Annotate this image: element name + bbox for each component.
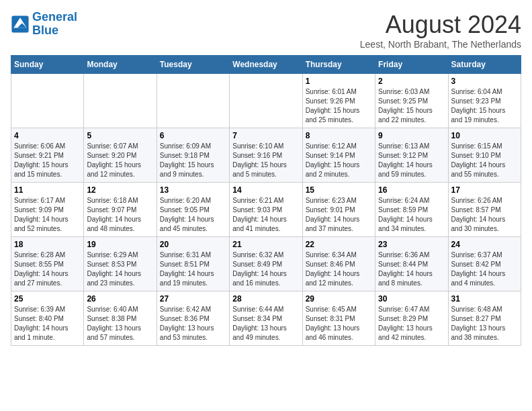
day-info: Sunrise: 6:21 AM Sunset: 9:03 PM Dayligh… [232, 196, 299, 234]
logo-general: General [32, 10, 77, 24]
day-number: 24 [451, 240, 518, 249]
day-info: Sunrise: 6:29 AM Sunset: 8:53 PM Dayligh… [87, 250, 153, 288]
month-year-title: August 2024 [360, 11, 521, 39]
day-info: Sunrise: 6:17 AM Sunset: 9:09 PM Dayligh… [14, 196, 81, 234]
calendar-cell: 3Sunrise: 6:04 AM Sunset: 9:23 PM Daylig… [448, 74, 521, 128]
calendar-cell: 28Sunrise: 6:44 AM Sunset: 8:34 PM Dayli… [230, 291, 302, 346]
day-number: 12 [87, 185, 153, 195]
day-number: 5 [87, 131, 153, 140]
calendar-cell: 29Sunrise: 6:45 AM Sunset: 8:31 PM Dayli… [302, 291, 375, 346]
day-info: Sunrise: 6:44 AM Sunset: 8:34 PM Dayligh… [232, 305, 299, 342]
calendar-cell: 16Sunrise: 6:24 AM Sunset: 8:59 PM Dayli… [375, 183, 448, 237]
day-info: Sunrise: 6:07 AM Sunset: 9:20 PM Dayligh… [87, 142, 153, 179]
calendar-cell: 24Sunrise: 6:37 AM Sunset: 8:42 PM Dayli… [448, 237, 521, 291]
day-number: 28 [232, 294, 299, 304]
day-number: 11 [14, 185, 81, 195]
calendar-cell: 26Sunrise: 6:40 AM Sunset: 8:38 PM Dayli… [84, 291, 157, 346]
day-number: 4 [14, 131, 81, 140]
header-day-thursday: Thursday [302, 56, 375, 74]
day-info: Sunrise: 6:13 AM Sunset: 9:12 PM Dayligh… [378, 142, 445, 179]
day-info: Sunrise: 6:09 AM Sunset: 9:18 PM Dayligh… [160, 142, 226, 179]
calendar-table: SundayMondayTuesdayWednesdayThursdayFrid… [11, 55, 521, 346]
day-info: Sunrise: 6:15 AM Sunset: 9:10 PM Dayligh… [451, 142, 518, 179]
calendar-cell: 25Sunrise: 6:39 AM Sunset: 8:40 PM Dayli… [11, 291, 84, 346]
day-number: 6 [160, 131, 226, 140]
day-number: 18 [14, 240, 81, 249]
day-info: Sunrise: 6:18 AM Sunset: 9:07 PM Dayligh… [87, 196, 153, 234]
day-number: 14 [232, 185, 299, 195]
calendar-cell: 12Sunrise: 6:18 AM Sunset: 9:07 PM Dayli… [84, 183, 157, 237]
calendar-cell: 2Sunrise: 6:03 AM Sunset: 9:25 PM Daylig… [375, 74, 448, 128]
calendar-cell: 30Sunrise: 6:47 AM Sunset: 8:29 PM Dayli… [375, 291, 448, 346]
day-info: Sunrise: 6:47 AM Sunset: 8:29 PM Dayligh… [378, 305, 445, 342]
day-info: Sunrise: 6:12 AM Sunset: 9:14 PM Dayligh… [306, 142, 372, 179]
calendar-cell: 19Sunrise: 6:29 AM Sunset: 8:53 PM Dayli… [84, 237, 157, 291]
calendar-cell: 4Sunrise: 6:06 AM Sunset: 9:21 PM Daylig… [11, 128, 84, 183]
calendar-cell [84, 74, 157, 128]
header-day-wednesday: Wednesday [230, 56, 302, 74]
location-subtitle: Leest, North Brabant, The Netherlands [360, 39, 521, 50]
calendar-body: 1Sunrise: 6:01 AM Sunset: 9:26 PM Daylig… [11, 74, 521, 346]
day-info: Sunrise: 6:28 AM Sunset: 8:55 PM Dayligh… [14, 250, 81, 288]
week-row-5: 25Sunrise: 6:39 AM Sunset: 8:40 PM Dayli… [11, 291, 521, 346]
day-number: 30 [378, 294, 445, 304]
calendar-cell: 21Sunrise: 6:32 AM Sunset: 8:49 PM Dayli… [230, 237, 302, 291]
day-info: Sunrise: 6:32 AM Sunset: 8:49 PM Dayligh… [232, 250, 299, 288]
header-day-monday: Monday [84, 56, 157, 74]
day-info: Sunrise: 6:48 AM Sunset: 8:27 PM Dayligh… [451, 305, 518, 342]
header-row: SundayMondayTuesdayWednesdayThursdayFrid… [11, 56, 521, 74]
day-info: Sunrise: 6:10 AM Sunset: 9:16 PM Dayligh… [232, 142, 299, 179]
calendar-cell: 23Sunrise: 6:36 AM Sunset: 8:44 PM Dayli… [375, 237, 448, 291]
week-row-3: 11Sunrise: 6:17 AM Sunset: 9:09 PM Dayli… [11, 183, 521, 237]
day-number: 3 [451, 77, 518, 86]
day-number: 27 [160, 294, 226, 304]
day-info: Sunrise: 6:45 AM Sunset: 8:31 PM Dayligh… [306, 305, 372, 342]
day-number: 16 [378, 185, 445, 195]
day-info: Sunrise: 6:42 AM Sunset: 8:36 PM Dayligh… [160, 305, 226, 342]
day-number: 10 [451, 131, 518, 140]
day-number: 22 [306, 240, 372, 249]
logo-icon [11, 15, 30, 34]
day-number: 31 [451, 294, 518, 304]
calendar-cell: 11Sunrise: 6:17 AM Sunset: 9:09 PM Dayli… [11, 183, 84, 237]
calendar-cell: 9Sunrise: 6:13 AM Sunset: 9:12 PM Daylig… [375, 128, 448, 183]
day-info: Sunrise: 6:24 AM Sunset: 8:59 PM Dayligh… [378, 196, 445, 234]
day-info: Sunrise: 6:26 AM Sunset: 8:57 PM Dayligh… [451, 196, 518, 234]
calendar-cell: 14Sunrise: 6:21 AM Sunset: 9:03 PM Dayli… [230, 183, 302, 237]
day-number: 8 [306, 131, 372, 140]
day-number: 15 [306, 185, 372, 195]
calendar-cell: 7Sunrise: 6:10 AM Sunset: 9:16 PM Daylig… [230, 128, 302, 183]
day-number: 2 [378, 77, 445, 86]
calendar-cell: 15Sunrise: 6:23 AM Sunset: 9:01 PM Dayli… [302, 183, 375, 237]
day-info: Sunrise: 6:39 AM Sunset: 8:40 PM Dayligh… [14, 305, 81, 342]
week-row-1: 1Sunrise: 6:01 AM Sunset: 9:26 PM Daylig… [11, 74, 521, 128]
day-info: Sunrise: 6:23 AM Sunset: 9:01 PM Dayligh… [306, 196, 372, 234]
calendar-cell: 6Sunrise: 6:09 AM Sunset: 9:18 PM Daylig… [157, 128, 229, 183]
week-row-2: 4Sunrise: 6:06 AM Sunset: 9:21 PM Daylig… [11, 128, 521, 183]
calendar-cell: 8Sunrise: 6:12 AM Sunset: 9:14 PM Daylig… [302, 128, 375, 183]
day-info: Sunrise: 6:03 AM Sunset: 9:25 PM Dayligh… [378, 87, 445, 125]
day-number: 13 [160, 185, 226, 195]
calendar-cell: 1Sunrise: 6:01 AM Sunset: 9:26 PM Daylig… [302, 74, 375, 128]
day-number: 7 [232, 131, 299, 140]
calendar-cell: 31Sunrise: 6:48 AM Sunset: 8:27 PM Dayli… [448, 291, 521, 346]
day-number: 29 [306, 294, 372, 304]
calendar-cell: 20Sunrise: 6:31 AM Sunset: 8:51 PM Dayli… [157, 237, 229, 291]
day-number: 20 [160, 240, 226, 249]
day-info: Sunrise: 6:01 AM Sunset: 9:26 PM Dayligh… [306, 87, 372, 125]
calendar-cell: 5Sunrise: 6:07 AM Sunset: 9:20 PM Daylig… [84, 128, 157, 183]
page-header: General Blue August 2024 Leest, North Br… [11, 11, 521, 50]
header-day-tuesday: Tuesday [157, 56, 229, 74]
day-info: Sunrise: 6:04 AM Sunset: 9:23 PM Dayligh… [451, 87, 518, 125]
calendar-cell [11, 74, 84, 128]
day-number: 1 [306, 77, 372, 86]
logo-text: General Blue [32, 11, 77, 38]
logo: General Blue [11, 11, 77, 38]
day-info: Sunrise: 6:20 AM Sunset: 9:05 PM Dayligh… [160, 196, 226, 234]
calendar-cell: 13Sunrise: 6:20 AM Sunset: 9:05 PM Dayli… [157, 183, 229, 237]
header-day-saturday: Saturday [448, 56, 521, 74]
calendar-header: SundayMondayTuesdayWednesdayThursdayFrid… [11, 56, 521, 74]
day-number: 9 [378, 131, 445, 140]
week-row-4: 18Sunrise: 6:28 AM Sunset: 8:55 PM Dayli… [11, 237, 521, 291]
calendar-cell [230, 74, 302, 128]
